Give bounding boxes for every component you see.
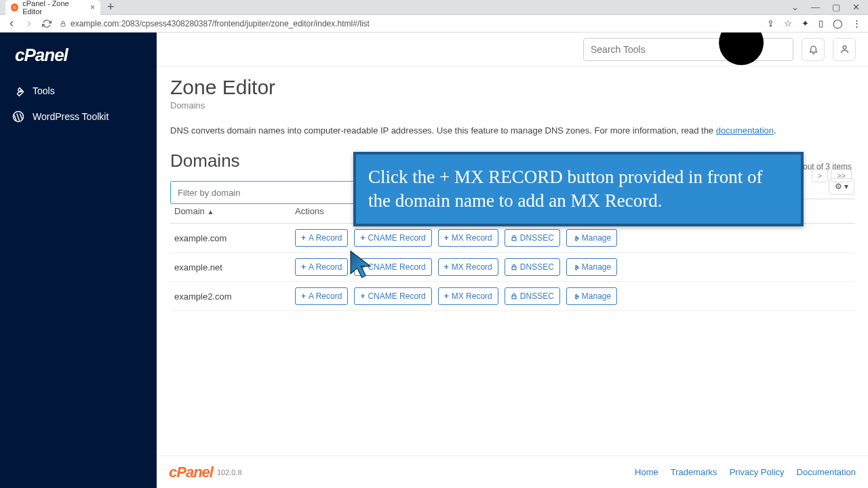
footer-link-home[interactable]: Home [635,467,658,477]
manage-button[interactable]: Manage [566,229,617,247]
tutorial-callout: Click the + MX RECORD button provided in… [353,152,804,226]
topbar [157,33,868,66]
lock-icon [511,264,517,270]
url-display[interactable]: example.com:2083/cpsess4308280387/fronte… [60,19,370,28]
chevron-down-icon[interactable]: ⌄ [791,2,799,12]
svg-line-3 [757,59,776,78]
add-mx-record-button[interactable]: +MX Record [438,258,498,276]
sidebar-item-wordpress[interactable]: WordPress Toolkit [0,104,157,129]
manage-button[interactable]: Manage [566,287,617,305]
manage-button[interactable]: Manage [566,258,617,276]
lock-icon [511,293,517,300]
footer: cPanel 102.0.8 Home Trademarks Privacy P… [157,455,868,488]
svg-point-2 [719,33,764,65]
table-row: example.com +A Record +CNAME Record +MX … [170,224,854,253]
dnssec-button[interactable]: DNSSEC [505,229,560,247]
svg-rect-6 [512,267,516,270]
search-icon [709,33,786,87]
browser-tab[interactable]: c cPanel - Zone Editor × [5,0,100,15]
share-icon[interactable]: ⇪ [767,18,774,28]
add-a-record-button[interactable]: +A Record [295,229,348,247]
search-input[interactable] [591,44,709,55]
plus-icon: + [301,262,306,272]
table-row: example.net +A Record +CNAME Record +MX … [170,253,854,282]
plus-icon: + [360,262,365,272]
footer-logo: cPanel [169,464,213,481]
add-a-record-button[interactable]: +A Record [295,258,348,276]
documentation-link[interactable]: documentation [716,125,774,136]
column-domain[interactable]: Domain ▲ [170,206,295,216]
sidebar-item-label: Tools [33,85,55,96]
svg-rect-5 [512,238,516,241]
footer-link-trademarks[interactable]: Trademarks [671,467,717,477]
account-button[interactable] [833,38,856,61]
wrench-icon [572,264,579,270]
sidebar-item-label: WordPress Toolkit [33,111,108,122]
footer-link-documentation[interactable]: Documentation [797,467,856,477]
browser-tabbar: c cPanel - Zone Editor × + ⌄ — ▢ ✕ [0,0,868,15]
plus-icon: + [301,291,306,301]
plus-icon: + [360,291,365,301]
add-cname-record-button[interactable]: +CNAME Record [354,229,431,247]
table-settings-button[interactable]: ⚙ ▾ [829,178,854,195]
close-window-icon[interactable]: ✕ [852,2,860,12]
tab-title: cPanel - Zone Editor [22,0,86,16]
menu-icon[interactable]: ⋮ [852,18,861,28]
search-tools-field[interactable] [583,38,793,61]
dnssec-button[interactable]: DNSSEC [505,258,560,276]
add-mx-record-button[interactable]: +MX Record [438,287,498,305]
favicon: c [11,3,18,12]
extensions-icon[interactable]: ✦ [802,18,809,28]
wrench-icon [12,85,24,97]
domain-cell: example.com [170,233,295,243]
sidebar: cPanel Tools WordPress Toolkit [0,33,157,488]
close-tab-icon[interactable]: × [90,3,95,12]
lock-icon [511,235,517,241]
sidebar-item-tools[interactable]: Tools [0,78,157,104]
dnssec-button[interactable]: DNSSEC [505,287,560,305]
filter-domain-input[interactable] [170,181,364,204]
wrench-icon [572,235,579,241]
maximize-icon[interactable]: ▢ [832,2,840,12]
back-icon[interactable] [7,19,16,28]
profile-icon[interactable]: ◯ [833,18,843,28]
plus-icon: + [444,262,449,272]
plus-icon: + [444,233,449,243]
wrench-icon [572,293,579,300]
lock-icon [60,20,66,27]
domain-cell: example2.com [170,291,295,302]
plus-icon: + [301,233,306,243]
svg-rect-0 [61,23,65,26]
svg-rect-7 [512,296,516,299]
add-cname-record-button[interactable]: +CNAME Record [354,258,431,276]
plus-icon: + [360,233,365,243]
panel-icon[interactable]: ▯ [818,18,823,28]
browser-address-bar: example.com:2083/cpsess4308280387/fronte… [0,15,868,33]
minimize-icon[interactable]: — [811,2,820,12]
svg-point-4 [843,46,846,49]
reload-icon[interactable] [42,19,52,28]
plus-icon: + [444,291,449,301]
sort-asc-icon: ▲ [207,208,214,216]
user-icon [840,44,850,54]
notifications-button[interactable] [802,38,825,61]
breadcrumb: Domains [170,100,854,110]
add-a-record-button[interactable]: +A Record [295,287,348,305]
table-row: example2.com +A Record +CNAME Record +MX… [170,282,854,311]
add-cname-record-button[interactable]: +CNAME Record [354,287,431,305]
add-mx-record-button[interactable]: +MX Record [438,229,498,247]
wordpress-icon [12,110,24,123]
star-icon[interactable]: ☆ [784,18,792,28]
page-description: DNS converts domain names into computer-… [170,125,854,136]
domain-cell: example.net [170,262,295,272]
footer-link-privacy[interactable]: Privacy Policy [730,467,785,477]
bell-icon [808,44,818,54]
cpanel-logo: cPanel [0,42,157,78]
forward-icon[interactable] [24,19,34,28]
new-tab-button[interactable]: + [107,0,115,14]
footer-version: 102.0.8 [217,468,242,476]
